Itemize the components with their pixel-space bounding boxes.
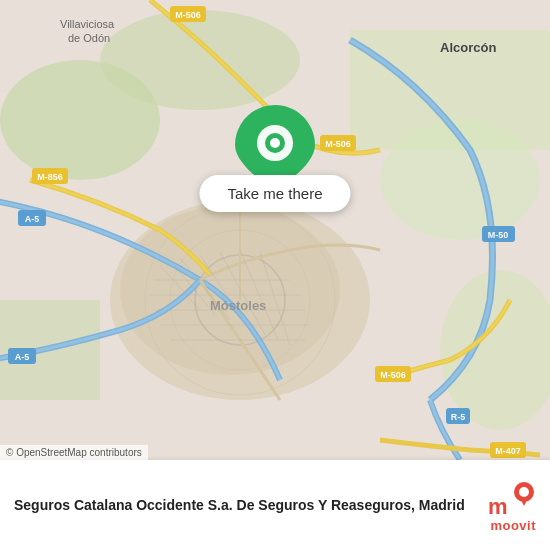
svg-text:M-506: M-506 — [325, 139, 351, 149]
map-attribution: © OpenStreetMap contributors — [0, 445, 148, 460]
bottom-bar-text: Seguros Catalana Occidente S.a. De Segur… — [14, 496, 476, 514]
bottom-bar: Seguros Catalana Occidente S.a. De Segur… — [0, 460, 550, 550]
place-title: Seguros Catalana Occidente S.a. De Segur… — [14, 496, 476, 514]
svg-text:M-407: M-407 — [495, 446, 521, 456]
svg-text:A-5: A-5 — [15, 352, 30, 362]
svg-text:R-5: R-5 — [451, 412, 466, 422]
svg-text:M-506: M-506 — [175, 10, 201, 20]
moovit-icon: m — [486, 478, 536, 518]
moovit-brand-text: moovit — [490, 518, 536, 533]
svg-point-2 — [100, 10, 300, 110]
svg-point-51 — [519, 487, 529, 497]
svg-point-48 — [270, 138, 280, 148]
svg-text:M-50: M-50 — [488, 230, 509, 240]
map-container: A-5 A-5 M-856 M-506 M-506 M-506 M-50 R-5… — [0, 0, 550, 460]
svg-text:m: m — [488, 494, 508, 518]
svg-text:Villaviciosa: Villaviciosa — [60, 18, 115, 30]
take-me-there-button[interactable]: Take me there — [199, 175, 350, 212]
svg-text:Alcorcón: Alcorcón — [440, 40, 496, 55]
map-background: A-5 A-5 M-856 M-506 M-506 M-506 M-50 R-5… — [0, 0, 550, 460]
moovit-logo: m moovit — [486, 478, 536, 533]
svg-text:A-5: A-5 — [25, 214, 40, 224]
svg-text:M-856: M-856 — [37, 172, 63, 182]
svg-text:M-506: M-506 — [380, 370, 406, 380]
svg-text:de Odón: de Odón — [68, 32, 110, 44]
